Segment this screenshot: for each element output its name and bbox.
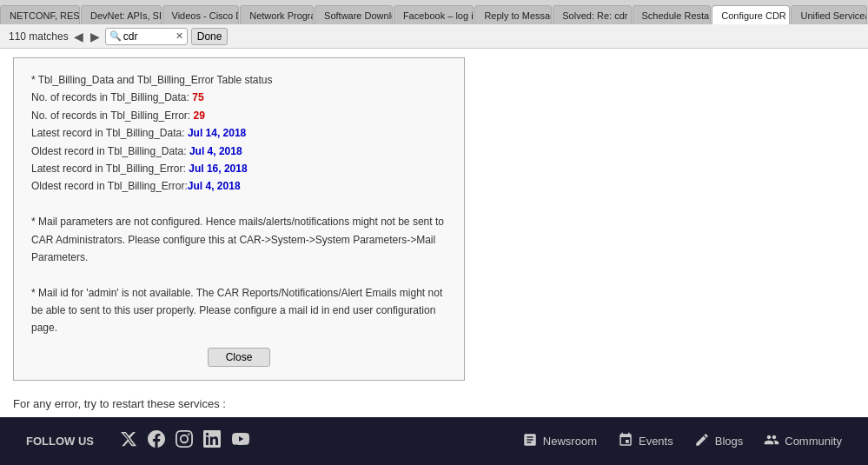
done-button[interactable]: Done <box>191 28 229 45</box>
tab-reply[interactable]: Reply to Messag... <box>474 5 552 24</box>
matches-count: 110 matches <box>9 30 69 43</box>
oldest-billing-data: Oldest record in Tbl_Billing_Data: Jul 4… <box>31 143 447 160</box>
tab-schedule[interactable]: Schedule Restart... <box>633 5 712 24</box>
close-button[interactable]: Close <box>208 348 271 367</box>
restart-intro: For any error, try to restart these serv… <box>13 394 855 414</box>
toolbar: 110 matches ◀ ▶ 🔍 cdr ✕ Done <box>0 24 868 49</box>
tab-unified[interactable]: Unified Servicea... <box>791 5 867 24</box>
table-status-heading: * Tbl_Billing_Data and Tbl_Billing_Error… <box>31 71 447 89</box>
search-next-button[interactable]: ▶ <box>89 30 102 43</box>
tab-solved[interactable]: Solved: Re: cdr s... <box>553 5 631 24</box>
main-content: * Tbl_Billing_Data and Tbl_Billing_Error… <box>0 49 868 414</box>
search-input[interactable]: cdr <box>123 30 176 43</box>
tab-devnet[interactable]: DevNet: APIs, SD... <box>81 5 161 24</box>
search-icon: 🔍 <box>109 30 122 42</box>
clear-search-button[interactable]: ✕ <box>176 30 183 42</box>
search-prev-button[interactable]: ◀ <box>72 30 85 43</box>
oldest-billing-error: Oldest record in Tbl_Billing_Error:Jul 4… <box>31 177 447 195</box>
info-box: * Tbl_Billing_Data and Tbl_Billing_Error… <box>13 57 465 381</box>
tab-network[interactable]: Network Progra... <box>240 5 314 24</box>
latest-billing-data: Latest record in Tbl_Billing_Data: Jul 1… <box>31 124 447 142</box>
tab-bar: NETCONF, REST... DevNet: APIs, SD... Vid… <box>0 0 868 24</box>
mail-warning-1: * Mail parameters are not configured. He… <box>31 213 447 266</box>
tab-netconf[interactable]: NETCONF, REST... <box>0 5 80 24</box>
latest-billing-error: Latest record in Tbl_Billing_Error: Jul … <box>31 160 447 177</box>
search-box: 🔍 cdr ✕ <box>105 28 188 45</box>
tab-facebook[interactable]: Facebook – log in... <box>394 5 474 24</box>
billing-error-count: No. of records in Tbl_Billing_Error: 29 <box>31 107 447 124</box>
mail-warning-2: * Mail id for 'admin' is not available. … <box>31 284 447 337</box>
billing-data-count: No. of records in Tbl_Billing_Data: 75 <box>31 89 447 106</box>
tab-software[interactable]: Software Downlo... <box>315 5 393 24</box>
tab-videos[interactable]: Videos - Cisco D... <box>162 5 240 24</box>
tab-configure-cdr[interactable]: Configure CDR o... <box>712 5 790 24</box>
